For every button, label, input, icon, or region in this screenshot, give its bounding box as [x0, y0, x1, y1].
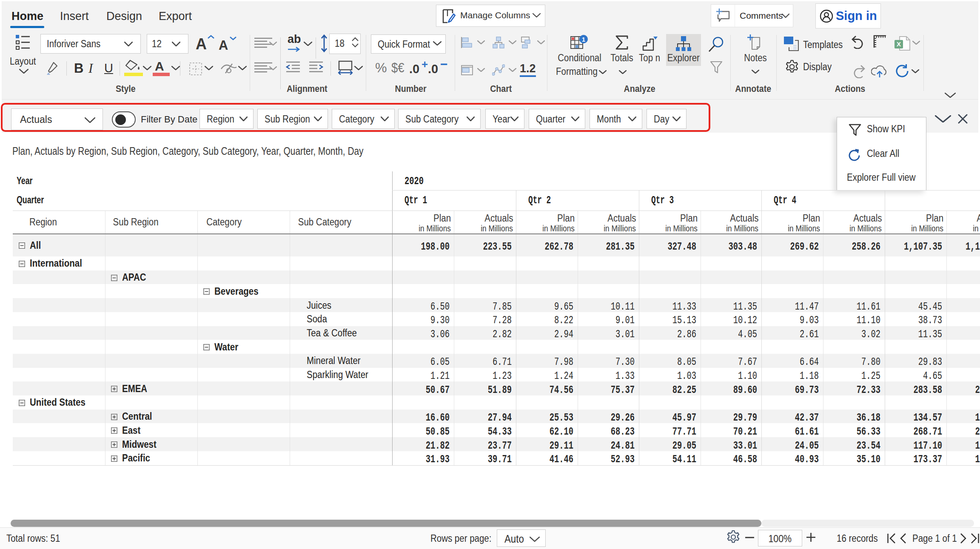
svg-text:X: X: [897, 40, 901, 48]
svg-text:1: 1: [582, 36, 585, 43]
